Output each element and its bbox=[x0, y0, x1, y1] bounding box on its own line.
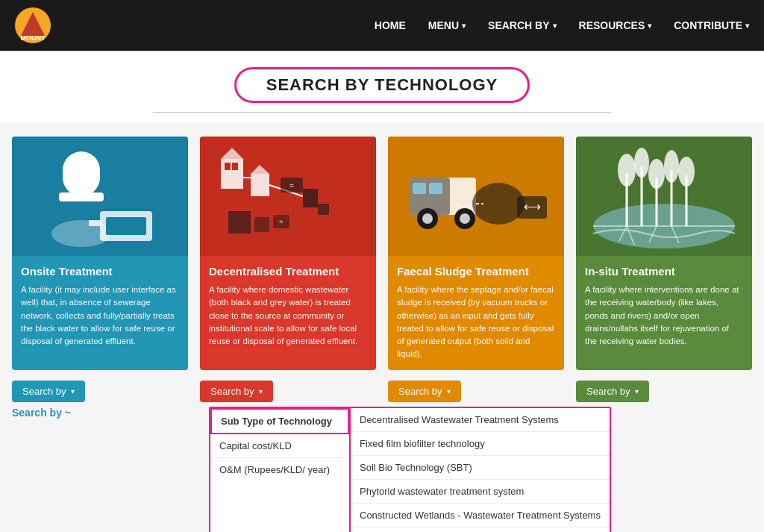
card-onsite-image bbox=[12, 137, 188, 256]
svg-point-30 bbox=[460, 213, 470, 224]
resources-arrow-icon: ▾ bbox=[648, 22, 651, 30]
svg-rect-18 bbox=[318, 204, 329, 215]
svg-rect-22 bbox=[254, 217, 269, 232]
svg-rect-11 bbox=[232, 163, 238, 170]
dropdown-item-0[interactable]: Decentralised Wastewater Treatment Syste… bbox=[351, 408, 610, 432]
svg-text:MOUNT: MOUNT bbox=[21, 34, 46, 42]
dropdown-item-1[interactable]: Fixed film biofilter technology bbox=[351, 432, 610, 456]
search-btn-insitu-arrow: ▾ bbox=[635, 387, 639, 395]
card-onsite-title: Onsite Treatment bbox=[21, 265, 179, 278]
card-decentralised-image: ≈ ≈ bbox=[200, 137, 376, 256]
svg-point-47 bbox=[678, 157, 695, 187]
search-btn-faecal-arrow: ▾ bbox=[447, 387, 451, 395]
card-onsite[interactable]: Onsite Treatment A facility (it may incl… bbox=[12, 137, 188, 370]
logo[interactable]: MOUNT bbox=[15, 7, 51, 43]
search-btn-decentralised[interactable]: Search by ▾ bbox=[200, 381, 273, 402]
nav-menu[interactable]: MENU▾ bbox=[428, 19, 466, 31]
card-decentralised[interactable]: ≈ ≈ Decentralised Treatment A facility w… bbox=[200, 137, 376, 370]
dropdown-section: Search by ~ Sub Type of Technology Capit… bbox=[0, 402, 764, 533]
logo-icon: MOUNT bbox=[15, 7, 51, 43]
card-insitu-desc: A facility where interventions are done … bbox=[585, 284, 743, 348]
dropdown-overlay: Sub Type of Technology Capital cost/KLD … bbox=[209, 407, 752, 533]
submenu-item-subtype[interactable]: Sub Type of Technology bbox=[210, 408, 349, 434]
svg-rect-3 bbox=[63, 151, 100, 196]
searchby-arrow-icon: ▾ bbox=[553, 22, 557, 30]
svg-rect-8 bbox=[89, 220, 102, 226]
card-decentralised-desc: A facility where domestic wastewater (bo… bbox=[209, 284, 367, 348]
card-faecal[interactable]: ⟷ Faecal Sludge Treatment A facility whe… bbox=[388, 137, 564, 370]
search-btn-faecal[interactable]: Search by ▾ bbox=[388, 381, 461, 402]
svg-rect-32 bbox=[429, 183, 442, 194]
svg-rect-10 bbox=[225, 163, 231, 170]
page-title: SEARCH BY TECHNOLOGY bbox=[266, 75, 498, 94]
svg-marker-12 bbox=[221, 148, 243, 159]
dropdown-item-2[interactable]: Soil Bio Technology (SBT) bbox=[351, 456, 610, 480]
page-header: SEARCH BY TECHNOLOGY bbox=[0, 51, 764, 123]
page-title-border: SEARCH BY TECHNOLOGY bbox=[234, 67, 530, 103]
navbar: MOUNT HOME MENU▾ SEARCH BY▾ RESOURCES▾ C… bbox=[0, 0, 764, 51]
search-btn-insitu[interactable]: Search by ▾ bbox=[576, 381, 649, 402]
card-faecal-body: Faecal Sludge Treatment A facility where… bbox=[388, 256, 564, 370]
nav-searchby[interactable]: SEARCH BY▾ bbox=[488, 19, 556, 31]
search-btn-onsite[interactable]: Search by ▾ bbox=[12, 381, 85, 402]
svg-text:≈: ≈ bbox=[280, 218, 284, 225]
nav-resources[interactable]: RESOURCES▾ bbox=[579, 19, 652, 31]
svg-point-28 bbox=[422, 213, 433, 224]
submenu-item-om[interactable]: O&M (Rupees/KLD/ year) bbox=[210, 458, 349, 481]
menu-arrow-icon: ▾ bbox=[462, 22, 466, 30]
svg-text:⟷: ⟷ bbox=[524, 200, 541, 213]
card-faecal-image: ⟷ bbox=[388, 137, 564, 256]
card-faecal-title: Faecal Sludge Treatment bbox=[397, 265, 555, 278]
svg-rect-4 bbox=[59, 193, 104, 201]
card-decentralised-title: Decentralised Treatment bbox=[209, 265, 367, 278]
card-insitu[interactable]: In-situ Treatment A facility where inter… bbox=[576, 137, 752, 370]
card-onsite-body: Onsite Treatment A facility (it may incl… bbox=[12, 256, 188, 370]
svg-point-43 bbox=[648, 159, 665, 189]
dropdown-item-4[interactable]: Constructed Wetlands - Wastewater Treatm… bbox=[351, 504, 610, 528]
card-insitu-image bbox=[576, 137, 752, 256]
dropdown-item-3[interactable]: Phytorid wastewater treatment system bbox=[351, 480, 610, 504]
svg-rect-17 bbox=[303, 189, 318, 207]
nav-links: HOME MENU▾ SEARCH BY▾ RESOURCES▾ CONTRIB… bbox=[375, 19, 749, 31]
svg-point-45 bbox=[664, 150, 679, 183]
nav-home[interactable]: HOME bbox=[375, 19, 406, 31]
card-insitu-body: In-situ Treatment A facility where inter… bbox=[576, 256, 752, 370]
svg-text:≈: ≈ bbox=[289, 181, 294, 190]
dropdown-item-5[interactable]: Fixed film biofilter technology bbox=[351, 528, 610, 533]
submenu-box: Sub Type of Technology Capital cost/KLD … bbox=[209, 407, 351, 533]
search-row: Search by ▾ Search by ▾ Search by ▾ Sear… bbox=[0, 370, 764, 402]
svg-point-33 bbox=[472, 183, 525, 225]
svg-rect-21 bbox=[228, 211, 251, 234]
card-onsite-desc: A facility (it may include user interfac… bbox=[21, 284, 179, 348]
page-divider bbox=[153, 112, 611, 113]
card-insitu-title: In-situ Treatment bbox=[585, 265, 743, 278]
dropdown-list: Decentralised Wastewater Treatment Syste… bbox=[349, 407, 611, 533]
svg-rect-7 bbox=[106, 217, 146, 235]
svg-rect-31 bbox=[413, 183, 426, 194]
search-btn-decentralised-arrow: ▾ bbox=[259, 387, 263, 395]
bottom-search-label: Search by ~ bbox=[12, 407, 71, 419]
contribute-arrow-icon: ▾ bbox=[745, 22, 749, 30]
svg-rect-13 bbox=[251, 174, 269, 196]
svg-point-41 bbox=[634, 148, 649, 178]
svg-marker-14 bbox=[251, 165, 269, 174]
card-decentralised-body: Decentralised Treatment A facility where… bbox=[200, 256, 376, 370]
svg-point-39 bbox=[618, 154, 636, 187]
nav-contribute[interactable]: CONTRIBUTE▾ bbox=[674, 19, 749, 31]
submenu-item-capital[interactable]: Capital cost/KLD bbox=[210, 434, 349, 458]
search-btn-onsite-arrow: ▾ bbox=[71, 387, 75, 395]
cards-section: Onsite Treatment A facility (it may incl… bbox=[0, 123, 764, 370]
card-faecal-desc: A facility where the septage and/or faec… bbox=[397, 284, 555, 361]
